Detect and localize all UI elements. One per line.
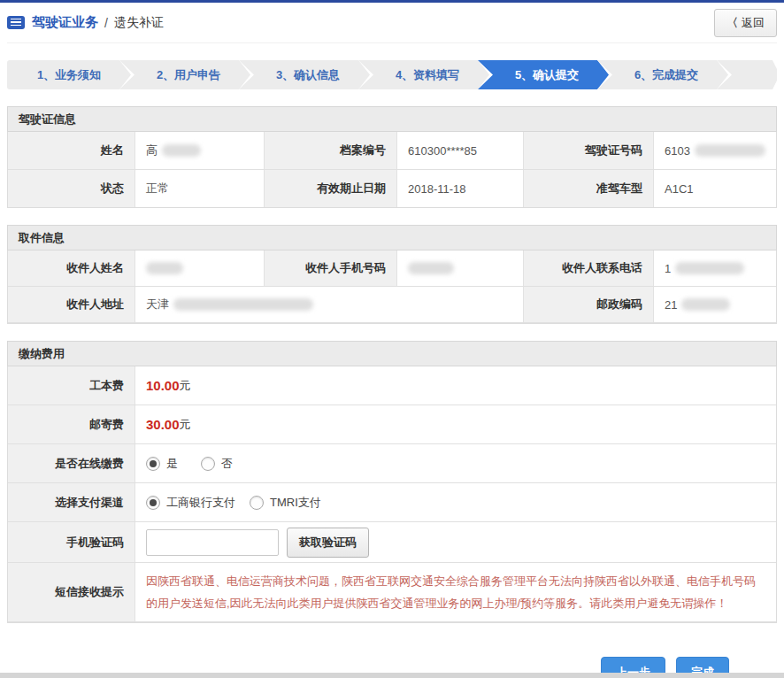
post-fee-amount: 30.00 [146, 417, 180, 432]
vehicle-class-value: A1C1 [654, 170, 776, 207]
step-1-business-notice[interactable]: 1、业务须知 [7, 60, 131, 89]
payment-section-title: 缴纳费用 [7, 341, 777, 366]
channel-icbc-option[interactable]: 工商银行支付 [146, 495, 235, 511]
redacted-blur [146, 262, 183, 274]
table-row: 姓名 高 档案编号 610300****85 驾驶证号码 6103 [8, 132, 776, 170]
online-pay-yes-option[interactable]: 是 [146, 456, 178, 472]
recipient-mobile-value [397, 250, 524, 286]
sms-code-input[interactable] [146, 529, 279, 556]
payment-table: 工本费 10.00元 邮寄费 30.00元 是否在线缴费 是 [7, 366, 777, 623]
channel-tmri-option[interactable]: TMRI支付 [250, 495, 321, 511]
step-navigation: 1、业务须知 2、用户申告 3、确认信息 4、资料填写 5、确认提交 6、完成提… [7, 60, 777, 89]
pay-channel-label: 选择支付渠道 [8, 483, 135, 521]
table-row: 状态 正常 有效期止日期 2018-11-18 准驾车型 A1C1 [8, 170, 776, 207]
redacted-blur [173, 298, 313, 311]
online-pay-label: 是否在线缴费 [8, 444, 135, 482]
step-6-finish-submit[interactable]: 6、完成提交 [597, 60, 728, 89]
online-pay-no-label: 否 [221, 456, 233, 472]
back-chevron-icon: 〈 [726, 15, 738, 31]
license-info-table: 姓名 高 档案编号 610300****85 驾驶证号码 6103 状态 正常 … [7, 132, 777, 208]
recipient-name-value [135, 250, 265, 286]
table-row: 是否在线缴费 是 否 [8, 444, 776, 483]
work-fee-value: 10.00元 [135, 366, 776, 404]
recipient-name-label: 收件人姓名 [8, 250, 135, 286]
license-number-value: 6103 [654, 132, 776, 169]
online-pay-no-option[interactable]: 否 [201, 456, 233, 472]
redacted-blur [675, 262, 744, 274]
recipient-address-value: 天津 [135, 287, 524, 322]
pickup-info-section: 取件信息 收件人姓名 收件人手机号码 收件人联系电话 1 收件人地址 天津 [7, 225, 777, 324]
table-row: 工本费 10.00元 [8, 366, 776, 405]
sms-notice-cell: 因陕西省联通、电信运营商技术问题，陕西省互联网交通安全综合服务管理平台无法向持陕… [135, 563, 776, 621]
pickup-info-table: 收件人姓名 收件人手机号码 收件人联系电话 1 收件人地址 天津 邮政编码 [7, 250, 777, 324]
table-row: 收件人姓名 收件人手机号码 收件人联系电话 1 [8, 250, 776, 287]
work-fee-label: 工本费 [8, 366, 135, 404]
name-value: 高 [135, 132, 265, 169]
file-number-label: 档案编号 [265, 132, 397, 169]
expiry-value: 2018-11-18 [397, 170, 524, 207]
online-pay-options: 是 否 [135, 444, 776, 482]
post-fee-value: 30.00元 [135, 405, 776, 443]
radio-unchecked-icon[interactable] [201, 457, 215, 471]
channel-icbc-label: 工商银行支付 [166, 495, 235, 511]
breadcrumb-separator: / [104, 16, 108, 30]
sms-code-label: 手机验证码 [8, 522, 135, 562]
recipient-address-label: 收件人地址 [8, 287, 135, 322]
step-3-confirm-info[interactable]: 3、确认信息 [239, 60, 370, 89]
pickup-section-title: 取件信息 [7, 225, 777, 250]
radio-checked-icon[interactable] [146, 496, 160, 510]
table-row: 邮寄费 30.00元 [8, 405, 776, 444]
breadcrumb-current: 遗失补证 [114, 15, 164, 31]
table-row: 选择支付渠道 工商银行支付 TMRI支付 [8, 483, 776, 522]
status-value: 正常 [135, 170, 265, 207]
bottom-edge-strip [0, 673, 784, 678]
license-section-title: 驾驶证信息 [7, 106, 777, 132]
page-title: 驾驶证业务 [32, 14, 98, 31]
vehicle-class-label: 准驾车型 [524, 170, 654, 207]
get-sms-code-button[interactable]: 获取验证码 [287, 528, 369, 558]
recipient-mobile-label: 收件人手机号码 [265, 250, 397, 286]
table-row: 手机验证码 获取验证码 [8, 522, 776, 563]
zip-code-label: 邮政编码 [524, 287, 654, 322]
channel-tmri-label: TMRI支付 [270, 495, 321, 511]
sms-notice-label: 短信接收提示 [8, 563, 135, 621]
table-row: 短信接收提示 因陕西省联通、电信运营商技术问题，陕西省互联网交通安全综合服务管理… [8, 563, 776, 622]
step-4-fill-material[interactable]: 4、资料填写 [358, 60, 489, 89]
radio-checked-icon[interactable] [146, 457, 160, 471]
post-fee-label: 邮寄费 [8, 405, 135, 443]
online-pay-yes-label: 是 [166, 456, 178, 472]
step-5-confirm-submit[interactable]: 5、确认提交 [478, 60, 609, 89]
sms-code-field-group: 获取验证码 [135, 522, 776, 562]
back-button-label: 返回 [742, 15, 765, 31]
sms-notice-text: 因陕西省联通、电信运营商技术问题，陕西省互联网交通安全综合服务管理平台无法向持陕… [146, 563, 765, 621]
redacted-blur [408, 262, 454, 274]
license-service-icon [7, 16, 25, 29]
file-number-value: 610300****85 [397, 132, 524, 169]
license-number-label: 驾驶证号码 [524, 132, 654, 169]
name-label: 姓名 [8, 132, 135, 169]
payment-section: 缴纳费用 工本费 10.00元 邮寄费 30.00元 是否在线缴费 [7, 341, 777, 623]
radio-unchecked-icon[interactable] [250, 496, 264, 510]
redacted-blur [681, 298, 730, 311]
recipient-phone-label: 收件人联系电话 [524, 250, 654, 286]
pay-channel-options: 工商银行支付 TMRI支付 [135, 483, 776, 521]
post-fee-unit: 元 [180, 417, 191, 433]
work-fee-unit: 元 [180, 378, 191, 394]
status-label: 状态 [8, 170, 135, 207]
redacted-blur [162, 144, 201, 157]
license-info-section: 驾驶证信息 姓名 高 档案编号 610300****85 驾驶证号码 6103 … [7, 106, 777, 208]
expiry-label: 有效期止日期 [265, 170, 397, 207]
redacted-blur [695, 144, 765, 157]
zip-code-value: 21 [654, 287, 776, 322]
table-row: 收件人地址 天津 邮政编码 21 [8, 287, 776, 323]
page-header: 驾驶证业务 / 遗失补证 〈 返回 [7, 3, 777, 43]
back-button[interactable]: 〈 返回 [714, 9, 777, 37]
step-2-user-declaration[interactable]: 2、用户申告 [119, 60, 250, 89]
work-fee-amount: 10.00 [146, 378, 180, 393]
recipient-phone-value: 1 [654, 250, 776, 286]
